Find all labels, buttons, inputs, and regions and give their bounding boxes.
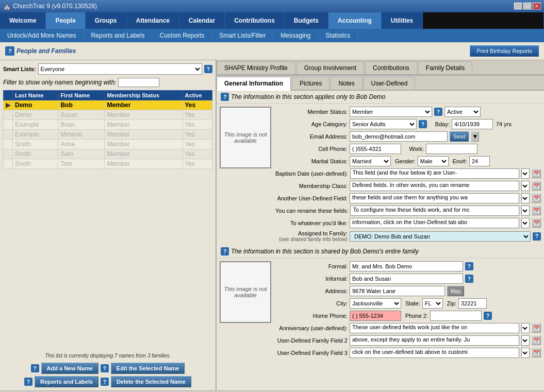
tab-pictures[interactable]: Pictures [292, 77, 329, 90]
table-row[interactable]: Example Melanie Member Yes [4, 130, 212, 140]
row-active[interactable]: Yes [183, 149, 212, 159]
phone2-help[interactable]: ? [484, 312, 492, 320]
age-category-help[interactable]: ? [419, 120, 427, 128]
tab-group[interactable]: Group Involvement [296, 61, 364, 74]
subnav-custom[interactable]: Custom Reports [152, 29, 212, 42]
nav-budgets[interactable]: Budgets [285, 12, 328, 29]
gender-select[interactable]: Male [418, 156, 449, 166]
tab-notes[interactable]: Notes [331, 77, 362, 90]
table-row[interactable]: ▶ Demo Bob Member Yes [4, 100, 212, 110]
row-status[interactable]: Member [105, 130, 183, 140]
row-active[interactable]: Yes [183, 159, 212, 169]
subnav-unlock[interactable]: Unlock/Add More Names [0, 29, 84, 42]
row-firstname[interactable]: Brian [58, 120, 105, 130]
formal-help[interactable]: ? [465, 262, 473, 270]
family2-select[interactable]: ▼ [521, 335, 530, 346]
family3-calendar[interactable]: 📅 [532, 348, 541, 357]
row-lastname[interactable]: Smith [13, 149, 58, 159]
table-row[interactable]: Smith Anne Member Yes [4, 140, 212, 149]
subnav-statistics[interactable]: Statistics [318, 29, 358, 42]
user1-select[interactable]: ▼ [521, 193, 530, 203]
city-select[interactable]: Jacksonville [350, 298, 401, 309]
membership-select[interactable]: ▼ [521, 181, 530, 191]
user3-calendar[interactable]: 📅 [532, 218, 541, 228]
address-input[interactable] [350, 286, 445, 296]
col-firstname[interactable]: First Name [58, 91, 105, 100]
email-dropdown-icon[interactable]: ▼ [471, 131, 479, 142]
env-input[interactable] [469, 156, 490, 166]
minimize-btn[interactable]: _ [514, 3, 522, 10]
table-row[interactable]: Example Brian Member Yes [4, 120, 212, 130]
age-category-select[interactable]: Senior Adults [350, 119, 417, 129]
nav-welcome[interactable]: Welcome [0, 12, 46, 29]
user2-calendar[interactable]: 📅 [532, 206, 541, 215]
nav-accounting[interactable]: Accounting [328, 12, 382, 29]
row-status[interactable]: Member [105, 110, 183, 120]
family2-calendar[interactable]: 📅 [532, 336, 541, 345]
nav-attendance[interactable]: Attendance [127, 12, 179, 29]
phone2-input[interactable] [430, 311, 482, 321]
nav-calendar[interactable]: Calendar [179, 12, 225, 29]
col-status[interactable]: Membership Status [105, 91, 183, 100]
send-button[interactable]: Send [450, 131, 469, 142]
nav-contributions[interactable]: Contributions [225, 12, 285, 29]
nav-people[interactable]: People [46, 12, 85, 29]
edit-name-button[interactable]: Edit the Selected Name [111, 363, 185, 374]
row-lastname[interactable]: Smith [13, 140, 58, 149]
subnav-smartlists[interactable]: Smart Lists/Filter [212, 29, 273, 42]
row-firstname[interactable]: Bob [58, 100, 105, 110]
family-help[interactable]: ? [533, 232, 541, 241]
filter-input[interactable] [118, 78, 159, 87]
section1-help-icon[interactable]: ? [221, 93, 229, 101]
table-row[interactable]: Smith Sam Member Yes [4, 149, 212, 159]
informal-input[interactable] [350, 274, 463, 284]
map-button[interactable]: Map [447, 286, 464, 296]
reports-help-icon[interactable]: ? [24, 378, 32, 386]
work-input[interactable] [426, 144, 477, 154]
row-status[interactable]: Member [105, 100, 183, 110]
row-active[interactable]: Yes [183, 140, 212, 149]
reports-labels-button[interactable]: Reports and Labels [35, 376, 98, 387]
cell-phone-input[interactable] [350, 144, 401, 154]
delete-name-button[interactable]: Delete the Selected Name [111, 376, 191, 387]
active-select[interactable]: Active [444, 107, 481, 117]
tab-general[interactable]: General Information [217, 77, 291, 91]
row-firstname[interactable]: Tom [58, 159, 105, 169]
email-input[interactable] [350, 131, 448, 142]
baptism-calendar[interactable]: 📅 [532, 169, 541, 178]
anniversary-calendar[interactable]: 📅 [532, 323, 541, 333]
bday-input[interactable] [452, 119, 493, 129]
restore-btn[interactable]: ▭ [523, 3, 532, 10]
row-firstname[interactable]: Anne [58, 140, 105, 149]
marital-select[interactable]: Married [350, 156, 391, 166]
row-status[interactable]: Member [105, 120, 183, 130]
row-lastname[interactable]: Demo [13, 100, 58, 110]
row-status[interactable]: Member [105, 159, 183, 169]
row-active[interactable]: Yes [183, 110, 212, 120]
state-select[interactable]: FL [422, 298, 443, 309]
edit-help-icon[interactable]: ? [101, 364, 109, 372]
smart-list-help-icon[interactable]: ? [204, 65, 212, 73]
user1-calendar[interactable]: 📅 [532, 194, 541, 203]
row-status[interactable]: Member [105, 140, 183, 149]
member-status-help[interactable]: ? [434, 108, 442, 116]
user2-select[interactable]: ▼ [521, 206, 530, 216]
nav-utilities[interactable]: Utilities [382, 12, 423, 29]
family-select[interactable]: DEMO: Demo Bob and Suzan [350, 231, 531, 242]
col-active[interactable]: Active [183, 91, 212, 100]
col-lastname[interactable]: Last Name [13, 91, 58, 100]
family3-select[interactable]: ▼ [521, 348, 530, 358]
subnav-reports[interactable]: Reports and Labels [84, 29, 152, 42]
row-lastname[interactable]: Example [13, 130, 58, 140]
row-status[interactable]: Member [105, 149, 183, 159]
user3-select[interactable]: ▼ [521, 218, 530, 228]
row-lastname[interactable]: Demo [13, 110, 58, 120]
anniversary-select[interactable]: ▼ [521, 323, 530, 333]
row-active[interactable]: Yes [183, 100, 212, 110]
tab-shape[interactable]: SHAPE Ministry Profile [217, 61, 295, 74]
subnav-messaging[interactable]: Messaging [273, 29, 318, 42]
row-lastname[interactable]: Example [13, 120, 58, 130]
row-firstname[interactable]: Melanie [58, 130, 105, 140]
tab-family-details[interactable]: Family Details [418, 61, 472, 74]
member-status-select[interactable]: Member [350, 107, 432, 117]
